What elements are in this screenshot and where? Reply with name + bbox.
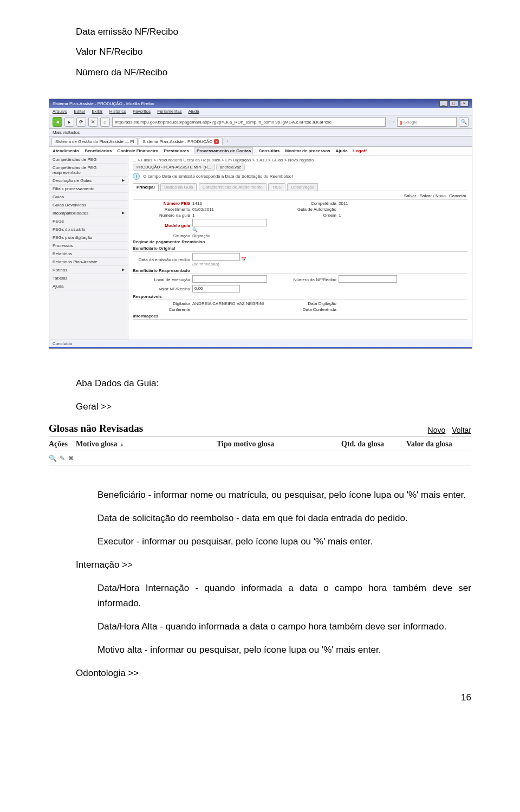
line-valor-nf: Valor NF/Recibo — [76, 42, 471, 62]
prose-executor: Executor - informar ou pesquisar, pelo í… — [76, 534, 471, 550]
appmenu-consultas[interactable]: Consultas — [259, 148, 280, 153]
search-go-icon[interactable]: 🔍 — [459, 117, 469, 127]
sidebar-item-competencias-reap[interactable]: Competências de PEG reapresentado — [49, 164, 128, 177]
menu-exibir[interactable]: Exibir — [92, 109, 103, 114]
input-numero-nf[interactable] — [339, 275, 397, 283]
search-bar[interactable]: g Google — [397, 117, 457, 127]
window-title: Sistema Plan-Assiste - PRODUÇÃO - Mozill… — [53, 101, 154, 106]
appmenu-monitor[interactable]: Monitor de processos — [285, 148, 330, 153]
lbl-numero-nf: Número da NF/Recibo — [274, 277, 339, 282]
tab-producao[interactable]: Sistema Plan-Assiste - PRODUÇÃO × — [139, 138, 223, 145]
tab-gestao[interactable]: Sistema de Gestão do Plan-Assiste — Pl — [51, 138, 138, 145]
prose-data-hora-internacao: Data/Hora Internação - quando informada … — [76, 581, 471, 612]
sub-pills: PRODUÇÃO - PLAN-ASSISTE MPF (R... andrei… — [133, 164, 467, 171]
sidebar-item-devolucao-guias[interactable]: Devolução de Guias▶ — [49, 177, 128, 185]
appmenu-processamento[interactable]: Processamento de Contas — [194, 147, 253, 154]
col-acoes: Ações — [49, 440, 76, 449]
save-link[interactable]: Salvar — [404, 193, 417, 198]
cancel-link[interactable]: Cancelar — [449, 193, 466, 198]
prose-data-hora-alta: Data/Hora Alta - quando informada a data… — [76, 619, 471, 635]
menu-ferramentas[interactable]: Ferramentas — [157, 109, 181, 114]
menu-favoritos[interactable]: Favoritos — [133, 109, 151, 114]
sidebar: Competências de PEG Competências de PEG … — [49, 155, 128, 340]
calendar-icon[interactable]: 📅 — [241, 257, 246, 262]
reload-button[interactable]: ⟳ — [76, 117, 86, 127]
tab-observacao[interactable]: Observação — [287, 183, 318, 191]
sidebar-item-guias[interactable]: Guias — [49, 193, 128, 201]
sort-asc-icon[interactable]: ▲ — [119, 441, 125, 447]
appmenu-atendimento[interactable]: Atendimento — [53, 148, 79, 153]
sidebar-item-incompatibilidades[interactable]: Incompatibilidades▶ — [49, 209, 128, 217]
lbl-numero-guia: Número da guia — [133, 213, 192, 218]
stop-button[interactable]: ✕ — [88, 117, 98, 127]
minimize-button[interactable]: _ — [439, 100, 448, 107]
menu-arquivo[interactable]: Arquivo — [53, 109, 67, 114]
lookup-icon[interactable]: 🔍 — [192, 228, 198, 232]
close-button[interactable]: × — [460, 100, 469, 107]
bookmarks-label[interactable]: Mais visitados — [53, 130, 80, 135]
close-tab-icon[interactable]: × — [214, 139, 219, 144]
save-new-link[interactable]: Salvar / Novo — [420, 193, 446, 198]
search-placeholder: Google — [404, 120, 418, 125]
bookmarks-bar[interactable]: Mais visitados — [49, 129, 472, 137]
logoff-link[interactable]: Logoff — [353, 148, 367, 153]
tab-dados-guia[interactable]: Dados da Guia — [160, 183, 197, 191]
val-numero-guia: 1 — [192, 213, 274, 218]
input-local-exec[interactable] — [192, 275, 267, 283]
grid-voltar-link[interactable]: Voltar — [452, 426, 471, 434]
back-button[interactable]: ◄ — [53, 117, 62, 127]
sidebar-item-ajuda[interactable]: Ajuda — [49, 282, 128, 290]
forward-button[interactable]: ▸ — [64, 117, 74, 127]
grid-novo-link[interactable]: Novo — [428, 426, 446, 434]
col-motivo[interactable]: Motivo glosa ▲ — [76, 440, 217, 449]
menu-ajuda[interactable]: Ajuda — [188, 109, 199, 114]
sidebar-item-rotinas[interactable]: Rotinas▶ — [49, 266, 128, 274]
tab-principal[interactable]: Principal — [133, 183, 159, 191]
menu-editar[interactable]: Editar — [74, 109, 85, 114]
sidebar-item-guias-devolvidas[interactable]: Guias Devolvidas — [49, 201, 128, 209]
sidebar-item-processos[interactable]: Processos — [49, 242, 128, 250]
lbl-conferente: Conferente — [133, 307, 192, 312]
firefox-nav-toolbar: ◄ ▸ ⟳ ✕ ⌂ http://assiste.mpu.gov.br/prod… — [49, 115, 472, 129]
prose-motivo-alta: Motivo alta - informar ou pesquisar, pel… — [76, 642, 471, 658]
sidebar-item-pegs[interactable]: PEGs — [49, 217, 128, 225]
input-valor-nf[interactable]: 0,00 — [192, 285, 240, 293]
maximize-button[interactable]: □ — [450, 100, 458, 107]
lbl-situacao: Situação — [133, 233, 192, 238]
col-qtd[interactable]: Qtd. da glosa — [341, 440, 406, 449]
chevron-right-icon: ▶ — [122, 268, 125, 272]
col-tipo[interactable]: Tipo motivo glosa — [217, 440, 341, 449]
row-edit-icon[interactable]: ✎ — [60, 454, 65, 462]
row-search-icon[interactable]: 🔍 — [49, 454, 57, 462]
input-modelo-guia[interactable] — [192, 219, 267, 226]
lbl-data-digitacao: Data Digitação — [274, 301, 339, 306]
form-tabs: Principal Dados da Guia Características … — [133, 183, 467, 191]
row-delete-icon[interactable]: ✖ — [68, 454, 74, 462]
sidebar-item-relatorios[interactable]: Relatórios — [49, 250, 128, 258]
menu-historico[interactable]: Histórico — [109, 109, 126, 114]
sidebar-item-filiais-proc[interactable]: Filiais processamento — [49, 185, 128, 193]
col-valor[interactable]: Valor da glosa — [406, 440, 471, 449]
appmenu-ajuda[interactable]: Ajuda — [336, 148, 348, 153]
input-data-emissao[interactable] — [192, 253, 240, 261]
home-button[interactable]: ⌂ — [100, 117, 110, 127]
prose-data-solicitacao: Data de solicitação do reembolso - data … — [76, 511, 471, 527]
sidebar-item-pegs-usuario[interactable]: PEGs do usuário — [49, 225, 128, 233]
pill-user[interactable]: andreia.vaz — [216, 164, 245, 171]
sidebar-item-relatorios-plan[interactable]: Relatórios Plan-Assiste — [49, 258, 128, 266]
tab-label-1: Sistema Plan-Assiste - PRODUÇÃO — [142, 139, 212, 144]
new-tab-button[interactable]: + — [224, 138, 232, 145]
appmenu-beneficiarios[interactable]: Beneficiários — [84, 148, 112, 153]
breadcrumb[interactable]: ... > Filiais > Procuradoria Geral da Re… — [133, 158, 467, 163]
appmenu-prestadores[interactable]: Prestadores — [164, 148, 188, 153]
pill-producao[interactable]: PRODUÇÃO - PLAN-ASSISTE MPF (R... — [133, 164, 215, 171]
tab-caracteristicas[interactable]: Características do Atendimento — [199, 183, 266, 191]
val-recebimento: 01/02/2011 — [192, 207, 274, 212]
sidebar-item-pegs-digitacao[interactable]: PEGs para digitação — [49, 233, 128, 242]
tab-tiss[interactable]: TISS — [268, 183, 285, 191]
url-bar[interactable]: http://assiste.mpu.gov.br/producao/pagem… — [112, 117, 386, 127]
notice-text: O campo Data de Emissão corresponde a Da… — [143, 174, 292, 179]
appmenu-financeiro[interactable]: Controle Financeiro — [118, 148, 159, 153]
sidebar-item-tabelas[interactable]: Tabelas — [49, 274, 128, 282]
sidebar-item-competencias-peg[interactable]: Competências de PEG — [49, 155, 128, 164]
